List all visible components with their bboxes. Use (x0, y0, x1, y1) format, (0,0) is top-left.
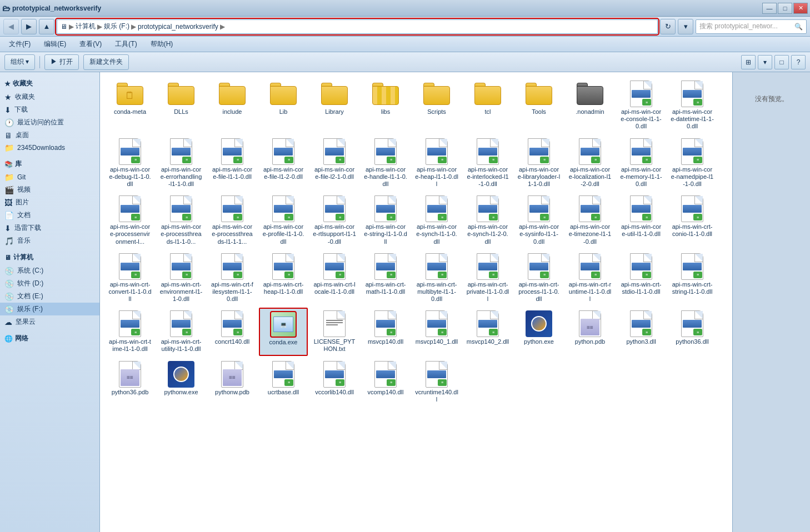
file-item-api-timezone[interactable]: ≡ api-ms-win-core-timezone-l1-1-0.dll (566, 193, 614, 248)
sidebar-item-c-drive[interactable]: 💿 系统 (C:) (0, 264, 99, 277)
sidebar-item-docs[interactable]: 📄 文档 (0, 209, 99, 222)
sidebar-item-e-drive[interactable]: 💿 文档 (E:) (0, 290, 99, 303)
file-item-msvcp140-2[interactable]: ≡ msvcp140_2.dll (463, 308, 512, 355)
file-item-vccorlib140[interactable]: ≡ vccorlib140.dll (310, 358, 359, 406)
file-item-msvcp140[interactable]: ≡ msvcp140.dll (361, 308, 410, 355)
sidebar-item-recent[interactable]: 🕐 最近访问的位置 (0, 116, 99, 129)
file-item-ucrtbase[interactable]: ≡ ucrtbase.dll (259, 358, 308, 406)
file-item-python-pdb[interactable]: ≡≡ python.pdb (566, 308, 614, 355)
file-item-libs[interactable]: libs (361, 78, 410, 133)
file-item-concrt140[interactable]: ≡ concrt140.dll (208, 308, 257, 355)
file-item-api-crt-math[interactable]: ≡ api-ms-win-crt-math-l1-1-0.dll (361, 250, 410, 306)
sidebar-item-video[interactable]: 🎬 视频 (0, 183, 99, 196)
file-item-api-heap[interactable]: ≡ api-ms-win-core-heap-l1-1-0.dll (412, 135, 461, 191)
sidebar-item-downloads[interactable]: ⬇ 下载 (0, 103, 99, 116)
sidebar-item-thunder[interactable]: ⬇ 迅雷下载 (0, 222, 99, 234)
file-item-vcomp140[interactable]: ≡ vcomp140.dll (361, 358, 410, 406)
file-item-api-libraryloader[interactable]: ≡ api-ms-win-core-libraryloader-l1-1-0.d… (514, 135, 563, 191)
up-button[interactable]: ▲ (39, 19, 54, 34)
file-item-api-crt-runtime[interactable]: ≡ api-ms-win-crt-runtime-l1-1-0.dll (566, 250, 614, 306)
file-item-api-handle[interactable]: ≡ api-ms-win-core-handle-l1-1-0.dll (361, 135, 410, 191)
file-item-api-crt-convert[interactable]: ≡ api-ms-win-crt-convert-l1-1-0.dll (106, 250, 154, 306)
menu-file[interactable]: 文件(F) (4, 38, 35, 50)
file-item-python3-dll[interactable]: ≡ python3.dll (617, 308, 666, 355)
search-icon[interactable]: 🔍 (794, 23, 803, 31)
file-item-api-processthreads1[interactable]: ≡ api-ms-win-core-processthreads-l1-1-0.… (157, 193, 206, 248)
view-dropdown[interactable]: ▾ (758, 55, 772, 69)
help-button[interactable]: ? (791, 55, 806, 69)
path-drive[interactable]: 娱乐 (F:) (104, 22, 129, 31)
file-item-api-processthreads2[interactable]: ≡ api-ms-win-core-processthreads-l1-1-1.… (208, 193, 257, 248)
file-item-msvcp140-1[interactable]: ≡ msvcp140_1.dll (412, 308, 461, 355)
file-item-api-interlocked[interactable]: ≡ api-ms-win-core-interlocked-l1-1-0.dll (463, 135, 512, 191)
file-item-api-memory[interactable]: ≡ api-ms-win-core-memory-l1-1-0.dll (617, 135, 666, 191)
sidebar-item-d-drive[interactable]: 💿 软件 (D:) (0, 277, 99, 290)
file-item-api-console[interactable]: ≡ api-ms-win-core-console-l1-1-0.dll (617, 78, 666, 133)
file-item-api-crt-multibyte[interactable]: ≡ api-ms-win-crt-multibyte-l1-1-0.dll (412, 250, 461, 306)
sidebar-item-desktop[interactable]: 🖥 桌面 (0, 129, 99, 142)
file-item-api-file3[interactable]: ≡ api-ms-win-core-file-l2-1-0.dll (310, 135, 359, 191)
sidebar-item-favorites[interactable]: ★ 收藏夹 (0, 91, 99, 103)
menu-view[interactable]: 查看(V) (75, 38, 106, 50)
forward-button[interactable]: ▶ (21, 19, 37, 34)
sidebar-item-pictures[interactable]: 🖼 图片 (0, 196, 99, 209)
search-box[interactable]: 搜索 prototypical_networ... 🔍 (696, 19, 807, 34)
file-item-pythonw-pdb[interactable]: ≡≡ pythonw.pdb (208, 358, 257, 406)
path-folder[interactable]: prototypical_networksverify (138, 23, 218, 31)
file-item-api-crt-string[interactable]: ≡ api-ms-win-crt-string-l1-1-0.dll (668, 250, 717, 306)
file-item-scripts[interactable]: Scripts (412, 78, 461, 133)
file-item-tcl[interactable]: tcl (463, 78, 512, 133)
file-item-pythonw-exe[interactable]: pythonw.exe (157, 358, 206, 406)
address-path[interactable]: 🖥 ▶ 计算机 ▶ 娱乐 (F:) ▶ prototypical_network… (57, 19, 658, 34)
file-item-dlls[interactable]: DLLs (157, 78, 206, 133)
open-button[interactable]: ▶ 打开 (44, 54, 78, 70)
sidebar-item-jianguo[interactable]: ☁ 坚果云 (0, 315, 99, 328)
file-item-api-crt-environment[interactable]: ≡ api-ms-win-crt-environment-l1-1-0.dll (157, 250, 206, 306)
file-item-api-profile[interactable]: ≡ api-ms-win-core-profile-l1-1-0.dll (259, 193, 308, 248)
file-item-library[interactable]: Library (310, 78, 359, 133)
previous-locations-button[interactable]: ▾ (678, 19, 693, 34)
file-item-api-util[interactable]: ≡ api-ms-win-core-util-l1-1-0.dll (617, 193, 666, 248)
menu-edit[interactable]: 编辑(E) (39, 38, 71, 50)
file-item-api-sysinfo[interactable]: ≡ api-ms-win-core-sysinfo-l1-1-0.dll (514, 193, 563, 248)
file-item-api-file2[interactable]: ≡ api-ms-win-core-file-l1-2-0.dll (259, 135, 308, 191)
file-item-api-synch1[interactable]: ≡ api-ms-win-core-synch-l1-1-0.dll (412, 193, 461, 248)
back-button[interactable]: ◀ (3, 19, 19, 34)
maximize-button[interactable]: □ (778, 3, 792, 14)
file-item-python36-pdb[interactable]: ≡≡ python36.pdb (106, 358, 154, 406)
path-computer[interactable]: 计算机 (76, 22, 96, 31)
sidebar-item-git[interactable]: 📁 Git (0, 171, 99, 183)
file-item-license-txt[interactable]: LICENSE_PYTHON.txt (310, 308, 359, 355)
close-button[interactable]: ✕ (793, 3, 808, 14)
menu-tools[interactable]: 工具(T) (111, 38, 141, 50)
file-item-api-localization[interactable]: ≡ api-ms-win-core-localization-l1-2-0.dl… (566, 135, 614, 191)
file-item-api-rtlsupport[interactable]: ≡ api-ms-win-core-rtlsupport-l1-1-0.dll (310, 193, 359, 248)
file-item-conda-exe[interactable]: 💻 conda.exe (259, 308, 308, 355)
file-item-api-file1[interactable]: ≡ api-ms-win-core-file-l1-1-0.dll (208, 135, 257, 191)
file-item-lib[interactable]: Lib (259, 78, 308, 133)
file-item-conda-meta[interactable]: 🗒 conda-meta (106, 78, 154, 133)
file-item-include[interactable]: include (208, 78, 257, 133)
file-item-api-crt-conio[interactable]: ≡ api-ms-win-crt-conio-l1-1-0.dll (668, 193, 717, 248)
file-item-api-crt-stdio[interactable]: ≡ api-ms-win-crt-stdio-l1-1-0.dll (617, 250, 666, 306)
file-item-nonadmin[interactable]: .nonadmin (566, 78, 614, 133)
view-large-icons[interactable]: ⊞ (741, 55, 756, 69)
organize-button[interactable]: 组织 ▾ (4, 54, 35, 70)
file-item-python-exe[interactable]: python.exe (514, 308, 563, 355)
file-item-api-processenv[interactable]: ≡ api-ms-win-core-processenvironment-l..… (106, 193, 154, 248)
new-folder-button[interactable]: 新建文件夹 (83, 54, 129, 70)
file-item-api-crt-locale[interactable]: ≡ api-ms-win-crt-locale-l1-1-0.dll (310, 250, 359, 306)
file-item-vcruntime140[interactable]: ≡ vcruntime140.dll (412, 358, 461, 406)
file-item-python36-dll[interactable]: ≡ python36.dll (668, 308, 717, 355)
file-item-api-debug[interactable]: ≡ api-ms-win-core-debug-l1-1-0.dll (106, 135, 154, 191)
file-item-api-crt-time[interactable]: ≡ api-ms-win-crt-time-l1-1-0.dll (106, 308, 154, 355)
file-item-api-synch2[interactable]: ≡ api-ms-win-core-synch-l1-2-0.dll (463, 193, 512, 248)
file-item-api-crt-filesystem[interactable]: ≡ api-ms-win-crt-filesystem-l1-1-0.dll (208, 250, 257, 306)
sidebar-item-f-drive[interactable]: 💿 娱乐 (F:) (0, 303, 99, 315)
sidebar-item-2345[interactable]: 📁 2345Downloads (0, 142, 99, 154)
file-item-tools[interactable]: Tools (514, 78, 563, 133)
file-item-api-crt-process[interactable]: ≡ api-ms-win-crt-process-l1-1-0.dll (514, 250, 563, 306)
refresh-button[interactable]: ↻ (660, 19, 676, 34)
file-item-api-string[interactable]: ≡ api-ms-win-core-string-l1-1-0.dll (361, 193, 410, 248)
file-item-api-errorhandling[interactable]: ≡ api-ms-win-core-errorhandling-l1-1-0.d… (157, 135, 206, 191)
